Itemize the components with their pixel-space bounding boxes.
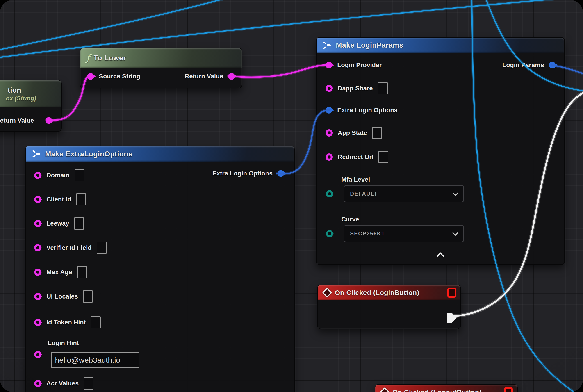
redirect-url-checkbox[interactable] <box>378 151 388 163</box>
bound-event-icon <box>448 288 456 298</box>
node-on-clicked-login-button-header[interactable]: On Clicked (LoginButton) <box>318 285 460 300</box>
node-on-clicked-logout-button-header[interactable]: On Clicked (LogoutButton) <box>375 384 517 392</box>
node-title: To Lower <box>94 54 126 62</box>
pin-row-client-id: Client Id <box>34 193 86 206</box>
redirect-url-pin[interactable] <box>326 154 333 161</box>
pin-row-leeway: Leeway <box>34 217 84 230</box>
pin-row-dapp-share: Dapp Share <box>326 82 388 94</box>
pin-row-ui-locales: Ui Locales <box>34 290 93 303</box>
login-hint-pin[interactable] <box>34 351 42 358</box>
pin-row-domain: Domain <box>34 169 84 182</box>
wire-to-lower-to-login-provider[interactable] <box>228 65 328 77</box>
id-token-hint-checkbox[interactable] <box>91 316 101 328</box>
node-to-lower-header[interactable]: ƒ To Lower <box>80 48 242 68</box>
node-make-extra-login-options[interactable]: Make ExtraLoginOptions Extra Login Optio… <box>25 146 295 392</box>
source-string-pin-label: Source String <box>99 73 140 80</box>
return-value-pin-label: eturn Value <box>0 117 34 124</box>
curve-pin[interactable] <box>326 230 333 237</box>
app-state-checkbox[interactable] <box>372 127 382 139</box>
verifier-id-field-checkbox[interactable] <box>97 242 106 254</box>
mfa-level-pin[interactable] <box>326 190 333 197</box>
node-on-clicked-logout-button[interactable]: On Clicked (LogoutButton) <box>375 384 518 392</box>
pin-row-app-state: App State <box>326 126 382 139</box>
blueprint-graph-canvas[interactable]: tion ox (String) eturn Value ƒ To Lower … <box>0 0 583 392</box>
pin-row-curve <box>326 227 333 240</box>
pin-row-login-provider: Login Provider <box>326 59 382 72</box>
pin-row-login-hint <box>34 348 42 361</box>
node-text-box-getter-header[interactable]: tion ox (String) <box>0 80 61 107</box>
leeway-checkbox[interactable] <box>74 218 84 230</box>
chevron-up-icon <box>437 252 444 260</box>
node-subtitle: ox (String) <box>6 95 36 102</box>
wire-blue-diagonal-steep[interactable] <box>0 0 252 52</box>
node-title: tion <box>8 86 22 94</box>
domain-pin[interactable] <box>34 172 42 179</box>
acr-values-checkbox[interactable] <box>84 377 94 390</box>
return-value-pin-label: Return Value <box>185 73 223 80</box>
verifier-id-field-pin[interactable] <box>34 244 42 252</box>
max-age-pin[interactable] <box>34 268 42 276</box>
event-diamond-icon <box>322 288 332 298</box>
make-struct-icon <box>32 150 41 158</box>
wire-blue-diagonal-steep[interactable] <box>0 0 252 52</box>
id-token-hint-pin[interactable] <box>34 319 42 326</box>
client-id-pin[interactable] <box>34 196 42 203</box>
extra-login-options-out-label: Extra Login Options <box>212 170 272 177</box>
mfa-level-dropdown[interactable]: DEFAULT <box>344 185 464 202</box>
curve-label: Curve <box>341 216 359 223</box>
client-id-checkbox[interactable] <box>76 193 86 206</box>
ui-locales-checkbox[interactable] <box>83 290 93 302</box>
dapp-share-pin[interactable] <box>326 85 333 92</box>
node-title: On Clicked (LoginButton) <box>335 289 419 296</box>
function-icon: ƒ <box>86 54 90 62</box>
login-hint-input[interactable] <box>51 352 140 368</box>
node-text-box-getter[interactable]: tion ox (String) eturn Value <box>0 80 62 132</box>
mfa-level-label: Mfa Level <box>341 176 370 183</box>
node-make-login-params-header[interactable]: Make LoginParams <box>316 38 564 53</box>
pin-row-exec-out <box>447 312 457 324</box>
dapp-share-checkbox[interactable] <box>378 82 388 94</box>
app-state-pin[interactable] <box>326 129 333 136</box>
node-to-lower[interactable]: ƒ To Lower Source String Return Value <box>80 48 242 88</box>
node-on-clicked-login-button[interactable]: On Clicked (LoginButton) <box>317 284 461 329</box>
pin-row-id-token-hint: Id Token Hint <box>34 316 101 329</box>
bound-event-icon <box>504 387 513 392</box>
domain-checkbox[interactable] <box>74 169 84 181</box>
chevron-down-icon <box>452 190 458 196</box>
login-hint-label: Login Hint <box>48 340 79 347</box>
chevron-down-icon <box>452 230 458 236</box>
pin-row-max-age: Max Age <box>34 266 87 278</box>
node-title: On Clicked (LogoutButton) <box>392 388 482 392</box>
collapse-node-button[interactable] <box>438 254 443 259</box>
curve-dropdown[interactable]: SECP256K1 <box>344 225 464 242</box>
event-diamond-icon <box>380 387 390 392</box>
node-title: Make ExtraLoginOptions <box>45 150 132 158</box>
make-struct-icon <box>322 41 332 49</box>
pin-row-acr-values: Acr Values <box>34 377 94 390</box>
pin-row-mfa-level <box>326 188 333 200</box>
pin-row-extra-login-options: Extra Login Options <box>326 104 398 116</box>
blueprint-editor: tion ox (String) eturn Value ƒ To Lower … <box>0 0 583 392</box>
pin-row-verifier-id-field: Verifier Id Field <box>34 242 106 254</box>
node-make-login-params[interactable]: Make LoginParams Login Provider Login Pa… <box>316 37 565 265</box>
acr-values-pin[interactable] <box>34 380 42 387</box>
pin-row-redirect-url: Redirect Url <box>326 151 388 163</box>
node-title: Make LoginParams <box>336 41 404 49</box>
ui-locales-pin[interactable] <box>34 293 42 300</box>
leeway-pin[interactable] <box>34 220 42 227</box>
max-age-checkbox[interactable] <box>77 266 87 278</box>
node-make-extra-login-options-header[interactable]: Make ExtraLoginOptions <box>26 146 294 162</box>
